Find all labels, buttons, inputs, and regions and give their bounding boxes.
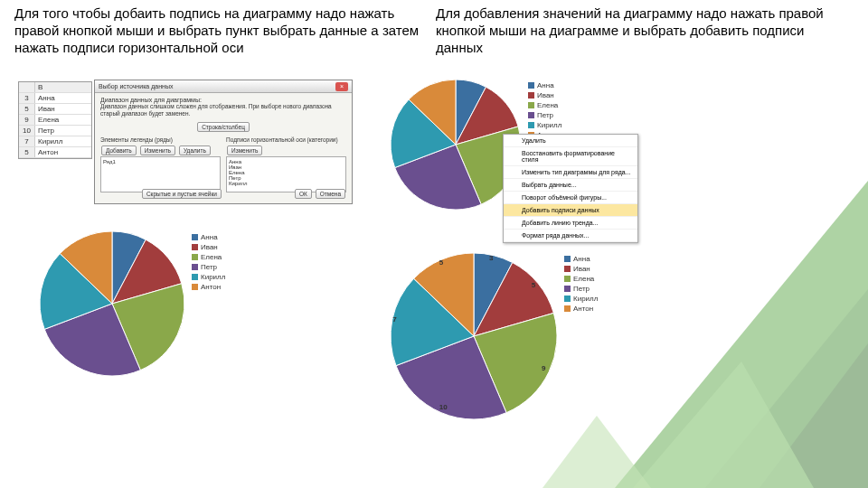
dialog-title: Выбор источника данных — [99, 83, 173, 89]
table-row: 5Иван — [19, 104, 91, 115]
data-label: 5 — [439, 258, 443, 267]
menu-item[interactable]: Выбрать данные... — [504, 179, 637, 192]
data-label: 10 — [439, 403, 448, 411]
cancel-button[interactable]: Отмена — [316, 189, 345, 199]
data-label: 5 — [532, 281, 535, 289]
table-row: 10Петр — [19, 126, 91, 136]
add-button[interactable]: Добавить — [101, 145, 137, 155]
legend-item: Елена — [564, 275, 598, 283]
menu-item[interactable]: Добавить линию тренда... — [504, 217, 637, 230]
edit-button[interactable]: Изменить — [140, 145, 175, 155]
menu-item[interactable]: Формат ряда данных... — [504, 230, 637, 242]
data-label: 3 — [489, 254, 493, 262]
svg-marker-4 — [542, 416, 651, 488]
legend-item: Петр — [192, 263, 225, 271]
data-label: 9 — [542, 364, 545, 372]
legend-item: Кирилл — [564, 295, 598, 303]
menu-item[interactable]: Поворот объёмной фигуры... — [504, 192, 637, 204]
series-list[interactable]: Ряд1 — [100, 156, 221, 192]
legend-item: Анна — [564, 255, 598, 263]
legend-item: Петр — [528, 111, 561, 119]
pie-icon — [40, 231, 184, 376]
series-label: Элементы легенды (ряды) — [100, 136, 221, 143]
categories-list[interactable]: АннаИванЕленаПетрКирилл — [226, 156, 346, 192]
instruction-left: Для того чтобы добаить подпись на диагра… — [14, 5, 429, 56]
categories-label: Подписи горизонтальной оси (категории) — [226, 136, 346, 143]
pie-chart-bottom-right: 3591075 АннаИванЕленаПетрКириллАнтон — [391, 253, 598, 419]
menu-item[interactable]: Восстановить форматирование стиля — [504, 147, 637, 166]
menu-item[interactable]: Удалить — [504, 135, 637, 147]
legend-item: Антон — [192, 283, 225, 291]
menu-item[interactable]: Изменить тип диаграммы для ряда... — [504, 166, 637, 179]
dialog-desc: Диапазон данных для диаграммы: — [100, 97, 346, 103]
close-icon[interactable]: × — [335, 82, 348, 91]
hidden-cells-button[interactable]: Скрытые и пустые ячейки — [142, 189, 222, 199]
menu-item[interactable]: Добавить подписи данных — [504, 204, 637, 217]
legend-item: Анна — [528, 81, 561, 89]
legend-item: Кирилл — [528, 121, 561, 129]
legend-item: Иван — [528, 91, 561, 99]
data-label: 7 — [392, 315, 396, 324]
legend-item: Кирилл — [192, 273, 225, 281]
table-row: 3Анна — [19, 93, 91, 104]
spreadsheet-snippet: B3Анна5Иван9Елена10Петр7Кирилл5Антон — [18, 81, 92, 159]
context-menu: УдалитьВосстановить форматирование стиля… — [503, 134, 638, 243]
instruction-text: Для того чтобы добаить подпись на диагра… — [14, 5, 850, 56]
dialog-note: Диапазон данных слишком сложен для отобр… — [100, 103, 346, 117]
legend-item: Иван — [564, 265, 598, 273]
legend-item: Иван — [192, 243, 225, 251]
delete-button[interactable]: Удалить — [179, 145, 211, 155]
legend-item: Антон — [564, 305, 598, 313]
pie-icon — [391, 80, 521, 210]
legend-item: Елена — [528, 101, 561, 109]
instruction-right: Для добавления значений на диаграмму над… — [436, 5, 850, 56]
table-row: 9Елена — [19, 115, 91, 126]
edit-cats-button[interactable]: Изменить — [227, 145, 262, 155]
legend-item: Елена — [192, 253, 225, 261]
ok-button[interactable]: ОК — [295, 189, 312, 199]
pie-icon — [391, 253, 557, 419]
legend-item: Петр — [564, 285, 598, 293]
swap-button[interactable]: Строка/столбец — [197, 122, 250, 132]
pie-chart-bottom-left: АннаИванЕленаПетрКириллАнтон — [40, 231, 225, 376]
table-row: 5Антон — [19, 147, 91, 158]
legend-item: Анна — [192, 233, 225, 241]
select-data-dialog: Выбор источника данных × Диапазон данных… — [94, 80, 353, 204]
dialog-titlebar: Выбор источника данных × — [95, 80, 352, 93]
table-row: 7Кирилл — [19, 136, 91, 147]
